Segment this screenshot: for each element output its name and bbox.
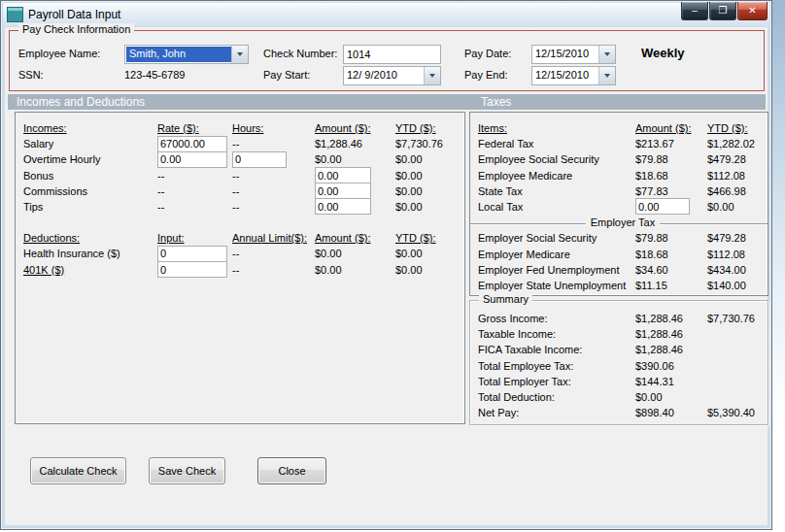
deduction-cell: --	[232, 247, 315, 262]
summary-table: Gross Income: $1,288.46 $7,730.76 Taxabl…	[470, 301, 768, 421]
save-check-button[interactable]: Save Check	[149, 457, 225, 484]
deduction-cell: $0.00	[315, 247, 395, 262]
pay-start-datepicker[interactable]: 12/ 9/2010	[343, 66, 441, 85]
employee-name-dropdown-button[interactable]	[231, 46, 248, 63]
overtime-hours-input[interactable]	[232, 151, 287, 168]
minimize-button[interactable]: –	[681, 2, 708, 20]
tax-row-label: Employee Social Security	[478, 152, 635, 168]
pay-end-dropdown-button[interactable]	[598, 67, 615, 84]
window-title: Payroll Data Input	[28, 8, 120, 21]
taxes-table: Items: Amount ($): YTD ($): Federal Tax …	[470, 113, 768, 294]
tax-row-label: Federal Tax	[478, 137, 635, 152]
income-row-label: Tips	[23, 200, 157, 216]
income-cell: --	[232, 200, 315, 216]
summary-cell: $898.40	[635, 406, 707, 421]
check-number-label: Check Number:	[263, 48, 337, 59]
column-header-deductions: Deductions:	[23, 231, 157, 247]
pay-end-datepicker[interactable]: 12/15/2010	[531, 66, 616, 85]
summary-row-label: Total Deduction:	[478, 390, 635, 406]
tax-cell: $479.28	[707, 152, 768, 168]
tax-row-label: Employer Fed Unemployment	[478, 263, 635, 279]
income-cell: $1,288.46	[315, 137, 395, 152]
pay-start-label: Pay Start:	[263, 69, 310, 81]
pay-date-dropdown-button[interactable]	[598, 46, 615, 63]
tax-cell: $112.08	[707, 169, 768, 184]
summary-cell	[707, 375, 768, 390]
income-cell: --	[157, 169, 232, 184]
tax-cell: $34.60	[635, 263, 707, 279]
summary-cell	[707, 359, 768, 375]
tax-row-label: Local Tax	[478, 200, 635, 216]
chevron-down-icon	[604, 52, 610, 56]
chevron-down-icon	[237, 52, 243, 56]
tax-cell: $18.68	[635, 248, 707, 263]
income-cell: $7,730.76	[395, 137, 464, 152]
employee-name-combobox[interactable]: Smith, John	[124, 45, 249, 64]
summary-cell: $0.00	[635, 390, 707, 406]
income-cell: $0.00	[395, 200, 464, 216]
taxes-panel: Items: Amount ($): YTD ($): Federal Tax …	[469, 112, 768, 296]
deduction-cell: $0.00	[315, 263, 395, 279]
tax-cell: $11.15	[635, 279, 707, 294]
income-cell: --	[232, 184, 315, 200]
payroll-window: Payroll Data Input – ❐ ✕ Pay Check Infor…	[0, 0, 772, 530]
tax-cell: $140.00	[707, 279, 768, 294]
tax-cell: $213.67	[635, 137, 707, 152]
summary-cell	[707, 327, 768, 343]
bonus-amount-input[interactable]	[315, 167, 371, 183]
deduction-cell: $0.00	[395, 263, 464, 279]
tax-row-label: State Tax	[478, 184, 635, 200]
maximize-icon: ❐	[719, 6, 728, 16]
check-number-input[interactable]	[343, 45, 441, 64]
calculate-check-button[interactable]: Calculate Check	[30, 457, 126, 484]
overtime-rate-input[interactable]	[157, 151, 227, 168]
column-header-amount: Amount ($):	[635, 121, 707, 137]
salary-rate-input[interactable]	[157, 136, 227, 152]
summary-row-label: FICA Taxable Income:	[478, 343, 635, 358]
pay-start-dropdown-button[interactable]	[424, 67, 440, 84]
health-insurance-input[interactable]	[157, 246, 227, 262]
summary-cell: $390.06	[635, 359, 707, 375]
pay-date-label: Pay Date:	[464, 48, 511, 59]
commissions-amount-input[interactable]	[315, 183, 371, 199]
summary-row-label: Taxable Income:	[478, 327, 635, 343]
tax-cell: $18.68	[635, 169, 707, 184]
income-cell: $0.00	[395, 152, 464, 168]
employer-tax-divider-label: Employer Tax	[586, 216, 660, 228]
column-header-ytd: YTD ($):	[707, 121, 768, 137]
tax-row-label: Employer Social Security	[478, 231, 635, 247]
pay-end-value: 12/15/2010	[532, 67, 598, 84]
pay-frequency-label: Weekly	[641, 46, 685, 60]
income-cell: $0.00	[395, 169, 464, 184]
pay-date-datepicker[interactable]: 12/15/2010	[531, 45, 616, 64]
deduction-row-label-401k: 401K ($)	[23, 263, 157, 279]
paycheck-info-group-label: Pay Check Information	[18, 23, 134, 35]
ssn-value: 123-45-6789	[124, 69, 185, 81]
summary-row-label: Total Employer Tax:	[478, 375, 635, 390]
tax-cell: $434.00	[707, 263, 768, 279]
close-button[interactable]: ✕	[737, 2, 768, 20]
chevron-down-icon	[604, 74, 610, 78]
summary-cell: $5,390.40	[707, 406, 768, 421]
minimize-icon: –	[692, 6, 698, 16]
section-header-incomes-deductions: Incomes and Deductions	[17, 94, 145, 110]
income-row-label: Commissions	[23, 184, 157, 200]
deductions-table: Deductions: Input: Annual Limit($): Amou…	[16, 231, 464, 279]
income-cell: --	[232, 169, 315, 184]
incomes-deductions-panel: Incomes: Rate ($): Hours: Amount ($): YT…	[15, 112, 465, 424]
maximize-button[interactable]: ❐	[709, 2, 736, 20]
employee-name-value: Smith, John	[126, 47, 231, 62]
local-tax-input[interactable]	[635, 198, 690, 215]
tips-amount-input[interactable]	[315, 198, 371, 215]
section-header-taxes: Taxes	[481, 94, 511, 110]
summary-group-label: Summary	[479, 293, 532, 305]
close-dialog-button[interactable]: Close	[257, 457, 326, 484]
pay-end-label: Pay End:	[464, 69, 508, 81]
tax-cell: $79.88	[635, 231, 707, 247]
close-icon: ✕	[748, 6, 756, 16]
income-cell: --	[157, 200, 232, 216]
incomes-table: Incomes: Rate ($): Hours: Amount ($): YT…	[16, 113, 464, 216]
deduction-cell: --	[232, 263, 315, 279]
401k-input[interactable]	[157, 261, 227, 278]
pay-date-value: 12/15/2010	[532, 46, 598, 63]
